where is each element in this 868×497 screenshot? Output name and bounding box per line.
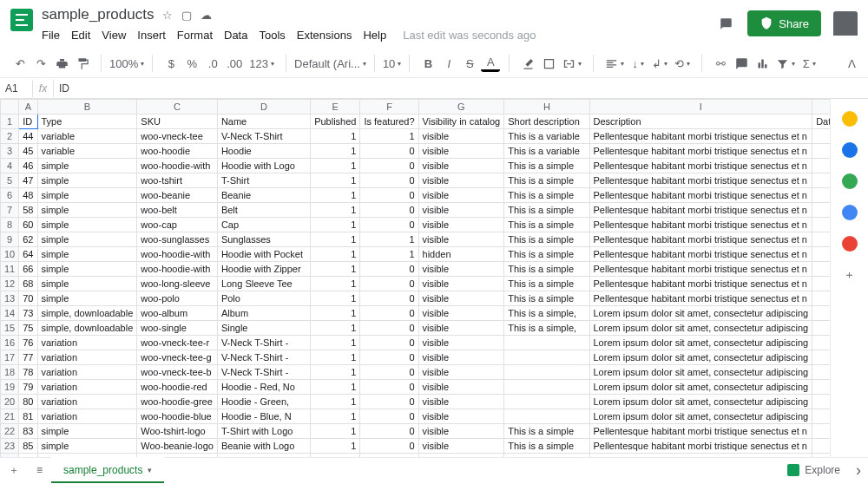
cell[interactable]: Lorem ipsum dolor sit amet, consectetur … [589, 306, 812, 321]
cell[interactable]: Is featured? [360, 114, 418, 129]
font-size-select[interactable]: 10 [380, 53, 404, 74]
cell[interactable]: ID [19, 114, 37, 129]
cell[interactable]: visible [418, 203, 504, 218]
cell[interactable]: hidden [418, 247, 504, 262]
row-header[interactable]: 23 [1, 439, 19, 454]
cell[interactable]: V-Neck T-Shirt - [217, 365, 310, 380]
cell[interactable]: Lorem ipsum dolor sit amet, consectetur … [589, 380, 812, 395]
cell[interactable]: woo-tshirt [137, 173, 218, 188]
cell[interactable]: visible [418, 291, 504, 306]
name-box[interactable]: A1 [0, 80, 33, 97]
cell[interactable]: 0 [360, 336, 418, 350]
cell[interactable] [812, 424, 830, 439]
cell[interactable]: visible [418, 306, 504, 321]
chart-button[interactable] [753, 53, 772, 74]
cell[interactable]: Beanie with Logo [217, 439, 310, 454]
cell[interactable]: Polo [217, 291, 310, 306]
cell[interactable]: This is a simple [504, 247, 589, 262]
cell[interactable]: woo-vneck-tee-g [137, 350, 218, 365]
row-header[interactable]: 6 [1, 188, 19, 203]
cell[interactable]: variable [37, 144, 137, 159]
cell[interactable]: 1 [311, 395, 360, 409]
cell[interactable]: Beanie [217, 188, 310, 203]
cell[interactable]: This is a simple [504, 218, 589, 232]
side-add[interactable]: ＋ [844, 267, 855, 283]
cell[interactable] [812, 439, 830, 454]
share-button[interactable]: Share [747, 10, 821, 36]
comment-button[interactable] [732, 53, 751, 74]
row-header[interactable]: 2 [1, 129, 19, 144]
cell[interactable]: 1 [311, 291, 360, 306]
cell[interactable]: variation [37, 395, 137, 409]
cell[interactable]: Pellentesque habitant morbi tristique se… [589, 173, 812, 188]
cell[interactable]: Lorem ipsum dolor sit amet, consectetur … [589, 350, 812, 365]
row-header[interactable]: 19 [1, 380, 19, 395]
cell[interactable]: 1 [311, 306, 360, 321]
cell[interactable]: 0 [360, 203, 418, 218]
cell[interactable]: Hoodie - Red, No [217, 380, 310, 395]
cell[interactable] [812, 454, 830, 458]
cell[interactable]: woo-hoodie [137, 144, 218, 159]
fill-color-button[interactable] [518, 53, 537, 74]
zoom-select[interactable]: 100% [107, 53, 147, 74]
cell[interactable]: T-Shirt [217, 173, 310, 188]
all-sheets-button[interactable]: ≡ [28, 464, 51, 476]
cell[interactable]: visible [418, 454, 504, 458]
cell[interactable]: 87 [19, 454, 37, 458]
cell[interactable]: 1 [311, 159, 360, 173]
decrease-decimal-button[interactable]: .0 [203, 53, 222, 74]
cell[interactable] [812, 144, 830, 159]
cell[interactable]: Pellentesque habitant morbi tristique se… [589, 232, 812, 247]
cell[interactable]: 1 [311, 262, 360, 277]
cell[interactable]: Pellentesque habitant morbi tristique se… [589, 159, 812, 173]
col-I[interactable]: I [589, 100, 812, 114]
cell[interactable]: 77 [19, 350, 37, 365]
cell[interactable]: 44 [19, 129, 37, 144]
cell[interactable]: 0 [360, 380, 418, 395]
cell[interactable]: 1 [311, 454, 360, 458]
row-header[interactable]: 13 [1, 291, 19, 306]
cell[interactable]: visible [418, 321, 504, 336]
cell[interactable]: 0 [360, 395, 418, 409]
cell[interactable]: Published [311, 114, 360, 129]
cell[interactable]: 80 [19, 395, 37, 409]
cell[interactable]: visible [418, 277, 504, 291]
cell[interactable]: woo-hoodie-with [137, 262, 218, 277]
cell[interactable] [504, 350, 589, 365]
cell[interactable]: Hoodie - Blue, N [217, 409, 310, 424]
filter-button[interactable] [773, 53, 798, 74]
col-H[interactable]: H [504, 100, 589, 114]
cell[interactable] [504, 365, 589, 380]
borders-button[interactable] [539, 53, 558, 74]
cell[interactable]: 64 [19, 247, 37, 262]
cell[interactable]: Hoodie with Pocket [217, 247, 310, 262]
row-header[interactable]: 3 [1, 144, 19, 159]
side-panel-toggle-icon[interactable]: › [849, 461, 868, 480]
cell[interactable]: 1 [311, 439, 360, 454]
cell[interactable]: visible [418, 262, 504, 277]
cell[interactable]: 1 [311, 409, 360, 424]
cell[interactable]: 1 [311, 203, 360, 218]
wrap-button[interactable]: ↲ [649, 53, 670, 74]
cell[interactable]: 68 [19, 277, 37, 291]
cell[interactable]: This is a simple [504, 291, 589, 306]
cell[interactable]: Woo-tshirt-logo [137, 424, 218, 439]
cell[interactable]: Pellentesque habitant morbi tristique se… [589, 203, 812, 218]
cell[interactable]: woo-cap [137, 218, 218, 232]
cell[interactable]: visible [418, 129, 504, 144]
cell[interactable]: visible [418, 439, 504, 454]
cell[interactable] [812, 409, 830, 424]
cell[interactable]: simple [37, 247, 137, 262]
row-header[interactable]: 5 [1, 173, 19, 188]
print-button[interactable] [52, 53, 71, 74]
cell[interactable]: Short description [504, 114, 589, 129]
cell[interactable] [812, 306, 830, 321]
cell[interactable]: visible [418, 409, 504, 424]
cell[interactable] [812, 395, 830, 409]
row-header[interactable]: 11 [1, 262, 19, 277]
side-addon-4[interactable] [842, 236, 858, 252]
cell[interactable]: 1 [311, 218, 360, 232]
move-icon[interactable]: ▢ [181, 9, 192, 22]
row-header[interactable]: 12 [1, 277, 19, 291]
side-addon-2[interactable] [842, 173, 858, 189]
